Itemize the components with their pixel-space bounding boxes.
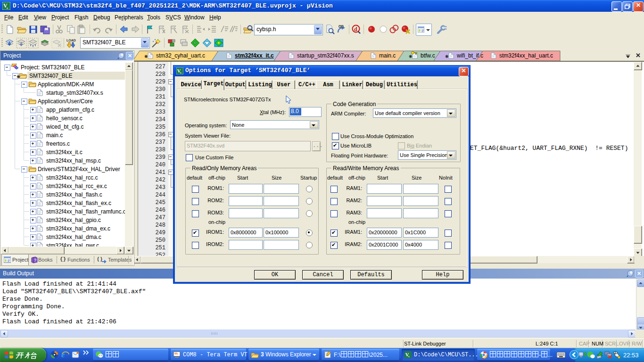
svg-text:s: s [7, 6, 8, 10]
svg-text:?: ? [34, 258, 36, 263]
svg-text:LOAD: LOAD [66, 39, 76, 42]
svg-text:d: d [354, 26, 357, 33]
